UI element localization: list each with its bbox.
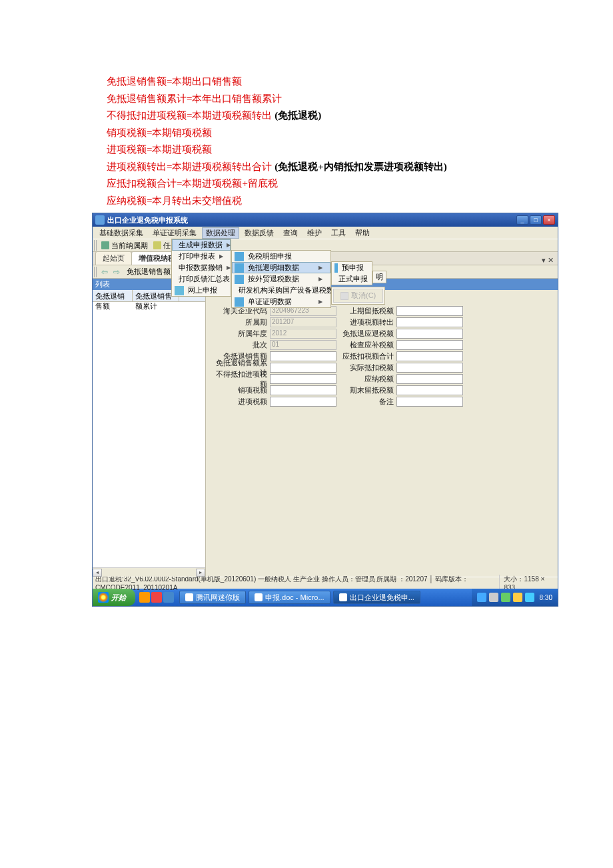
ql-icon-2[interactable] xyxy=(151,592,162,603)
tray-icon-5[interactable] xyxy=(525,593,534,602)
nav-back-icon[interactable]: ⇦ xyxy=(99,267,111,277)
field-input[interactable] xyxy=(270,374,336,384)
field-input[interactable] xyxy=(270,351,336,361)
field-input[interactable] xyxy=(270,363,336,373)
dropdown-menu-3: 预申报正式申报 xyxy=(331,261,372,285)
field-label: 进项税额 xyxy=(210,397,270,407)
field-input[interactable] xyxy=(270,385,336,395)
menu-item-label: 网上申报 xyxy=(188,285,217,295)
menu-1[interactable]: 单证证明采集 xyxy=(149,227,201,239)
menu-item-label: 正式申报 xyxy=(338,274,368,284)
dd2-item-1[interactable]: 免抵退明细数据▶ xyxy=(232,262,330,273)
field-label: 期末留抵税额 xyxy=(336,385,396,395)
menu-item-icon xyxy=(334,263,338,273)
menu-4[interactable]: 查询 xyxy=(279,227,302,239)
dd1-item-1[interactable]: 打印申报表▶ xyxy=(172,251,231,262)
dd1-item-3[interactable]: 打印反馈汇总表 xyxy=(172,273,231,285)
menu-5[interactable]: 维护 xyxy=(303,227,326,239)
menu-item-label: 打印申报表 xyxy=(179,251,215,261)
maximize-button[interactable]: □ xyxy=(530,215,542,225)
menu-item-icon xyxy=(175,286,184,295)
nav-fwd-icon[interactable]: ⇨ xyxy=(111,267,123,277)
menu-bar: 基础数据采集单证证明采集数据处理数据反馈查询维护工具帮助 xyxy=(93,227,558,239)
dd2-item-3[interactable]: 研发机构采购国产设备退税数据▶ xyxy=(232,285,330,296)
toolbar-period[interactable]: 当前纳属期 xyxy=(99,239,151,251)
menu-3[interactable]: 数据反馈 xyxy=(241,227,278,239)
list-col-0[interactable]: 免抵退销售额 xyxy=(93,290,133,301)
dd3-item-1[interactable]: 正式申报 xyxy=(332,273,372,285)
dd2-item-0[interactable]: 免税明细申报 xyxy=(232,251,330,262)
period-label: 当前纳属期 xyxy=(111,241,148,251)
menu-2[interactable]: 数据处理 xyxy=(202,227,239,239)
tray-icon-1[interactable] xyxy=(477,593,486,602)
menu-item-label: 研发机构采购国产设备退税数据 xyxy=(239,285,341,295)
toolbar-grip xyxy=(94,240,97,251)
task-label: 出口企业退免税申... xyxy=(350,593,414,603)
dd1-item-2[interactable]: 申报数据撤销▶ xyxy=(172,262,231,273)
taskbar-item-2[interactable]: 出口企业退免税申... xyxy=(333,591,420,604)
field-label: 所属年度 xyxy=(210,329,270,339)
nav-label: 免抵退销售额 xyxy=(123,267,175,277)
ql-icon-1[interactable] xyxy=(139,592,150,603)
taskbar-item-1[interactable]: 申报.doc - Micro... xyxy=(249,591,330,604)
field-input[interactable] xyxy=(396,317,463,327)
submenu-arrow-icon: ▶ xyxy=(318,265,322,271)
field-label: 备注 xyxy=(336,397,396,407)
field-input[interactable] xyxy=(396,374,463,384)
cancel-button-area: 取消(C) xyxy=(331,287,385,305)
field-input: 01 xyxy=(270,340,336,350)
menu-0[interactable]: 基础数据采集 xyxy=(95,227,147,239)
field-input: 201207 xyxy=(270,317,336,327)
field-input[interactable] xyxy=(396,397,463,407)
start-button[interactable]: 开始 xyxy=(93,589,135,606)
title-bar: 出口企业退免税申报系统 _ □ × xyxy=(93,213,558,227)
tray-icon-4[interactable] xyxy=(513,593,522,602)
field-input[interactable] xyxy=(396,385,463,395)
cancel-label: 取消(C) xyxy=(351,291,376,301)
field-input[interactable] xyxy=(396,363,463,373)
menu-item-label: 申报数据撤销 xyxy=(179,263,223,273)
tab-start[interactable]: 起始页 xyxy=(95,251,132,265)
status-left: 出口退税:32_V6.02.0002-Standard(单机版_20120601… xyxy=(95,575,499,591)
submenu-arrow-icon: ▶ xyxy=(227,242,231,248)
field-input[interactable] xyxy=(396,306,463,316)
minimize-button[interactable]: _ xyxy=(516,215,528,225)
submenu-arrow-icon: ▶ xyxy=(227,265,231,271)
scroll-left-icon[interactable]: ◂ xyxy=(93,569,102,577)
tab-controls[interactable]: ▾ ✕ xyxy=(538,256,558,265)
dd3-item-0[interactable]: 预申报 xyxy=(332,262,372,273)
form-area: 当前数据状态：无 海关企业代码3204967223所属期201207所属年度20… xyxy=(206,290,558,577)
nav-grip xyxy=(94,267,97,277)
field-label: 批次 xyxy=(210,340,270,350)
task-icon xyxy=(153,241,161,249)
dropdown-menu-1: 生成申报数据▶打印申报表▶申报数据撤销▶打印反馈汇总表网上申报 xyxy=(171,239,231,297)
document-text: 免抵退销售额=本期出口销售额免抵退销售额累计=本年出口销售额累计不得抵扣进项税额… xyxy=(0,0,613,209)
dd1-item-4[interactable]: 网上申报 xyxy=(172,285,231,296)
tray-icon-3[interactable] xyxy=(501,593,510,602)
task-label: 申报.doc - Micro... xyxy=(265,593,324,603)
close-button[interactable]: × xyxy=(543,215,555,225)
dd2-item-2[interactable]: 按外贸退税数据▶ xyxy=(232,273,330,285)
submenu-arrow-icon: ▶ xyxy=(318,299,322,305)
field-input[interactable] xyxy=(396,351,463,361)
menu-item-icon xyxy=(235,252,244,261)
menu-item-label: 预申报 xyxy=(342,263,364,273)
menu-6[interactable]: 工具 xyxy=(327,227,350,239)
dropdown-menu-2: 免税明细申报免抵退明细数据▶按外贸退税数据▶研发机构采购国产设备退税数据▶单证证… xyxy=(231,250,331,308)
dd2-item-4[interactable]: 单证证明数据▶ xyxy=(232,296,330,307)
taskbar-item-0[interactable]: 腾讯网迷你版 xyxy=(179,591,246,604)
field-input: 2012 xyxy=(270,329,336,339)
task-app-icon xyxy=(185,593,193,601)
field-input[interactable] xyxy=(396,329,463,339)
dd1-item-0[interactable]: 生成申报数据▶ xyxy=(172,239,231,251)
field-input[interactable] xyxy=(270,397,336,407)
h-scrollbar[interactable]: ◂ ▸ xyxy=(93,567,205,577)
menu-7[interactable]: 帮助 xyxy=(351,227,374,239)
field-input[interactable] xyxy=(396,340,463,350)
dropdown-tail: 明 xyxy=(372,271,386,283)
left-list: 免抵退销售额免抵退销售额累计 ◂ ▸ xyxy=(93,290,206,577)
scroll-right-icon[interactable]: ▸ xyxy=(196,569,205,577)
tray-icon-2[interactable] xyxy=(489,593,498,602)
cancel-icon xyxy=(340,292,348,300)
ql-icon-3[interactable] xyxy=(163,592,174,603)
